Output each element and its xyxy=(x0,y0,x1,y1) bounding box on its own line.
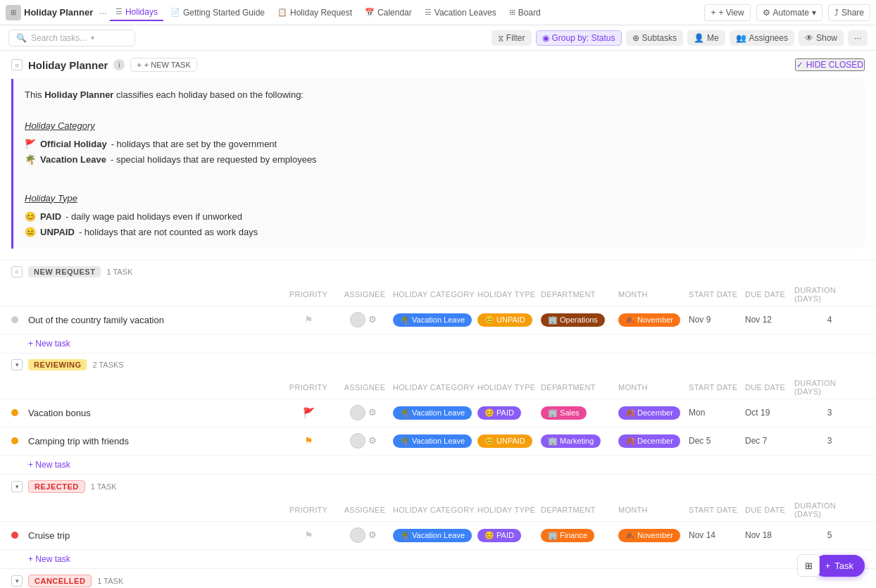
count-new-request: 1 TASK xyxy=(106,268,132,276)
month-cell: 🍂 December xyxy=(618,434,689,448)
filter-button[interactable]: ⧖ Filter xyxy=(492,30,532,46)
col-start: START DATE xyxy=(689,290,745,299)
section-header-reviewing: ▾ REVIEWING 2 TASKS xyxy=(0,353,876,376)
table-row[interactable]: Cruise trip ⚑ ⚙ 🌴 Vacation Leave 😊 PAID … xyxy=(0,522,876,550)
toolbar-right: ⧖ Filter ◉ Group by: Status ⊕ Subtasks 👤… xyxy=(492,30,868,46)
col-holiday-type: HOLIDAY TYPE xyxy=(477,506,541,514)
toggle-cancelled[interactable]: ▾ xyxy=(11,575,23,587)
col-priority: PRIORITY xyxy=(280,506,337,514)
col-due: DUE DATE xyxy=(745,383,794,392)
col-holiday-type: HOLIDAY TYPE xyxy=(477,290,541,299)
hide-closed-button[interactable]: ✓ HIDE CLOSED xyxy=(795,58,865,71)
tab-holidays[interactable]: ☰ Holidays xyxy=(110,4,163,21)
add-task-row[interactable]: + New task xyxy=(0,550,876,568)
assignee-cell: ⚙ xyxy=(337,312,393,327)
tab-calendar[interactable]: 📅 Calendar xyxy=(359,4,418,21)
badge-new-request: NEW REQUEST xyxy=(28,266,101,277)
col-start: START DATE xyxy=(689,506,745,514)
holiday-type-cell: 😊 PAID xyxy=(477,529,541,542)
tab-getting-started-label: Getting Started Guide xyxy=(183,8,265,18)
holiday-cat-pill: 🌴 Vacation Leave xyxy=(393,434,472,448)
table-row[interactable]: Out of the country family vacation ⚑ ⚙ 🌴… xyxy=(0,306,876,334)
col-holiday-cat: HOLIDAY CATEGORY xyxy=(393,290,477,299)
holiday-type-pill: 😊 PAID xyxy=(477,406,521,420)
count-cancelled: 1 TASK xyxy=(97,577,123,585)
share-icon: ⤴ xyxy=(834,8,839,18)
assignee-cell: ⚙ xyxy=(337,527,393,543)
due-date-cell: Nov 18 xyxy=(745,530,794,540)
nav-right: + + View ⚙ Automate ▾ ⤴ Share xyxy=(704,4,870,21)
filter-icon: ⧖ xyxy=(498,33,503,43)
start-date-cell: Mon xyxy=(689,408,745,418)
subtasks-button[interactable]: ⊕ Subtasks xyxy=(626,30,683,46)
holiday-type-pill: 😊 PAID xyxy=(477,529,521,542)
toggle-reviewing[interactable]: ▾ xyxy=(11,359,23,370)
automate-button[interactable]: ⚙ Automate ▾ xyxy=(756,4,822,21)
dept-pill: 🏢 Finance xyxy=(541,529,594,542)
group-by-button[interactable]: ◉ Group by: Status xyxy=(536,30,622,46)
collapse-icon[interactable]: ○ xyxy=(11,59,23,70)
new-task-button[interactable]: + + NEW TASK xyxy=(130,58,196,72)
search-chevron-icon: ▾ xyxy=(91,34,94,42)
section-header-cancelled: ▾ CANCELLED 1 TASK xyxy=(0,568,876,588)
holiday-cat-cell: 🌴 Vacation Leave xyxy=(393,313,477,327)
add-task-row[interactable]: + New task xyxy=(0,334,876,353)
avatar xyxy=(350,433,365,449)
tab-holiday-request[interactable]: 📋 Holiday Request xyxy=(272,4,358,21)
table-row[interactable]: Vacation bonus 🚩 ⚙ 🌴 Vacation Leave 😊 PA… xyxy=(0,399,876,427)
search-icon: 🔍 xyxy=(16,33,27,43)
assignees-icon: 👥 xyxy=(736,33,746,43)
app-menu-dots[interactable]: ··· xyxy=(99,7,107,18)
search-input[interactable]: 🔍 Search tasks... ▾ xyxy=(8,30,135,46)
gear-icon: ⚙ xyxy=(368,530,380,541)
share-button[interactable]: ⤴ Share xyxy=(828,4,870,21)
badge-cancelled: CANCELLED xyxy=(28,575,92,587)
me-button[interactable]: 👤 Me xyxy=(687,30,725,46)
tab-board[interactable]: ⊞ Board xyxy=(503,4,546,21)
holiday-cat-pill: 🌴 Vacation Leave xyxy=(393,529,472,542)
tab-vacation-leaves[interactable]: ☰ Vacation Leaves xyxy=(419,4,502,21)
info-icon[interactable]: i xyxy=(113,59,125,70)
grid-view-icon[interactable]: ⊞ xyxy=(797,554,820,577)
col-priority: PRIORITY xyxy=(280,383,337,392)
toggle-new-request[interactable]: ○ xyxy=(11,266,23,277)
toggle-rejected[interactable]: ▾ xyxy=(11,481,23,492)
tab-calendar-label: Calendar xyxy=(377,8,412,18)
view-button[interactable]: + + View xyxy=(704,4,750,21)
tab-getting-started[interactable]: 📄 Getting Started Guide xyxy=(165,4,270,21)
tab-vacation-label: Vacation Leaves xyxy=(434,8,496,18)
add-task-row[interactable]: + New task xyxy=(0,456,876,474)
dept-cell: 🏢 Finance xyxy=(541,529,618,542)
sections-container: ○ NEW REQUEST 1 TASK PRIORITY ASSIGNEE H… xyxy=(0,260,876,588)
show-button[interactable]: 👁 Show xyxy=(799,30,844,46)
gear-icon: ⚙ xyxy=(368,435,380,446)
col-due: DUE DATE xyxy=(745,290,794,299)
col-duration: DURATION (DAYS) xyxy=(794,379,865,396)
col-holiday-cat: HOLIDAY CATEGORY xyxy=(393,506,477,514)
gear-icon: ⚙ xyxy=(368,407,380,418)
col-assignee: ASSIGNEE xyxy=(337,506,393,514)
check-icon: ✓ xyxy=(796,60,803,70)
month-cell: 🍂 December xyxy=(618,406,689,420)
table-row[interactable]: Camping trip with friends ⚑ ⚙ 🌴 Vacation… xyxy=(0,427,876,456)
due-date-cell: Nov 12 xyxy=(745,315,794,325)
dept-pill: 🏢 Marketing xyxy=(541,434,601,448)
count-rejected: 1 TASK xyxy=(91,482,117,491)
nav-tabs: ☰ Holidays 📄 Getting Started Guide 📋 Hol… xyxy=(110,4,546,21)
assignees-button[interactable]: 👥 Assignees xyxy=(730,30,794,46)
holiday-type-cell: 😊 PAID xyxy=(477,406,541,420)
description-box: This Holiday Planner classifies each hol… xyxy=(11,79,865,249)
dept-cell: 🏢 Operations xyxy=(541,313,618,327)
month-pill: 🍂 November xyxy=(618,313,680,327)
priority-flag-icon: 🚩 xyxy=(303,407,315,418)
holiday-type-cell: 😊 UNPAID xyxy=(477,434,541,448)
page-title: Holiday Planner xyxy=(28,59,108,71)
col-assignee: ASSIGNEE xyxy=(337,383,393,392)
month-pill: 🍂 November xyxy=(618,529,680,542)
more-options-button[interactable]: ··· xyxy=(848,30,868,46)
month-pill: 🍂 December xyxy=(618,406,680,420)
section-header-rejected: ▾ REJECTED 1 TASK xyxy=(0,474,876,499)
app-title: Holiday Planner xyxy=(24,7,93,18)
task-fab[interactable]: + Task xyxy=(814,555,865,577)
section-cancelled: ▾ CANCELLED 1 TASK PRIORITY ASSIGNEE HOL… xyxy=(0,568,876,588)
